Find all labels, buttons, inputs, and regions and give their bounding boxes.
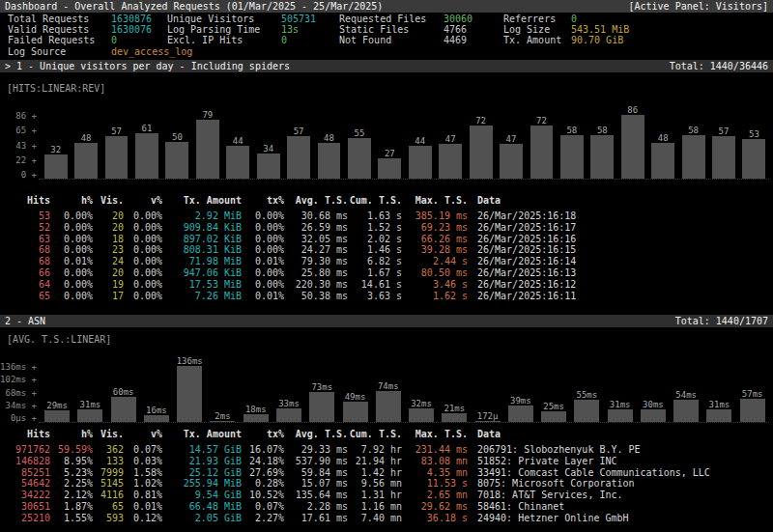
table-cell: 0.00% (50, 210, 93, 222)
summary-label-tx-amount: Tx. Amount (503, 35, 571, 45)
table-cell: 68 (4, 244, 50, 256)
table-cell: 0.00% (242, 279, 284, 291)
table-row[interactable]: 530.00%200.00%2.92 MiB0.00%30.68 ms1.63 … (4, 210, 769, 222)
table-cell: 54642 (4, 478, 50, 490)
bar-value-label: 55ms (577, 390, 598, 400)
bar-value-label: 49ms (345, 392, 366, 402)
bar-rect (318, 143, 341, 179)
y-axis-tick: 136ms + (0, 362, 37, 372)
table-cell: 1.46 s (348, 244, 402, 256)
summary-label-log-parsing-time: Log Parsing Time (167, 24, 281, 35)
bar-rect (541, 411, 566, 422)
table-cell: 65 (93, 501, 124, 513)
table-row[interactable]: 520.00%200.00%909.84 KiB0.00%26.59 ms1.5… (4, 222, 769, 234)
table-cell: 33491: Comcast Cable Communications, LLC (468, 467, 769, 479)
table-cell: 0.01% (242, 256, 284, 267)
bar-value-label: 44 (415, 136, 425, 146)
table-cell: 36.18 s (402, 513, 468, 524)
bar: 55ms (570, 390, 603, 422)
table-cell: 2.92 MiB (162, 210, 242, 222)
bar: 31ms (604, 400, 637, 422)
table-row[interactable]: 342222.12%41160.81%9.54 GiB10.52%135.64 … (4, 490, 769, 501)
summary-label-valid-requests: Valid Requests (8, 24, 111, 35)
table-cell: 2.65 mn (402, 490, 468, 501)
table-row[interactable]: 660.00%200.00%947.06 KiB0.00%25.80 ms1.6… (4, 267, 769, 279)
bar: 86 (617, 105, 647, 179)
bar-rect (243, 414, 269, 422)
summary-label-requested-files: Requested Files (339, 14, 444, 24)
table-cell: 362 (93, 444, 124, 456)
table-cell: 26/Mar/2025:16:14 (468, 256, 769, 267)
table-cell: 24.18% (242, 456, 284, 467)
bar-value-label: 74ms (378, 381, 399, 391)
table-row[interactable]: 630.00%180.00%897.02 KiB0.00%32.05 ms2.0… (4, 234, 769, 245)
table-row[interactable]: 306511.87%650.01%66.48 MiB0.07%2.28 ms1.… (4, 501, 769, 513)
table-row[interactable]: 546422.25%51451.02%255.94 MiB0.28%15.07 … (4, 478, 769, 490)
table-cell: 68 (4, 256, 50, 267)
table-cell: 0.00% (242, 210, 284, 222)
table-row[interactable]: 252101.55%5930.12%2.05 GiB2.27%17.61 ms7… (4, 513, 769, 524)
bar-value-label: 72 (475, 116, 486, 126)
summary-value-log-parsing-time: 13s (281, 24, 339, 35)
bar-rect (348, 138, 371, 179)
summary-value-not-found: 4469 (444, 35, 503, 45)
bar-value-label: 39ms (510, 396, 531, 406)
table-cell: 26.59 ms (284, 222, 348, 234)
summary-value-tx-amount: 90.70 GiB (571, 35, 769, 45)
bar: 57ms (736, 389, 769, 422)
bar-value-label: 16ms (146, 406, 167, 415)
table-row[interactable]: 640.00%190.00%17.53 MiB0.00%220.30 ms14.… (4, 279, 769, 291)
panel-header-unique-visitors[interactable]: > 1 - Unique visitors per day - Includin… (0, 60, 773, 72)
table-cell: 26/Mar/2025:16:17 (468, 222, 769, 234)
table-cell: 4116 (93, 490, 124, 501)
bar-rect (44, 410, 70, 422)
summary-row: Total Requests 1630876 Unique Visitors 5… (8, 14, 769, 24)
bar-rect (226, 146, 249, 179)
table-cell: 0.01% (124, 501, 162, 513)
asn-avg-ts-chart: 136ms +102ms +68ms +34ms +0μs +29ms31ms6… (4, 346, 769, 423)
table-row[interactable]: 1468288.95%1330.03%21.93 GiB24.18%537.90… (4, 456, 769, 467)
y-axis-tick: 102ms + (0, 375, 37, 384)
table-cell: 5145 (93, 478, 124, 490)
table-cell: 2.25% (50, 478, 93, 490)
table-row[interactable]: 680.01%240.00%71.98 MiB0.01%79.30 ms6.82… (4, 256, 769, 267)
bar-rect (257, 154, 280, 179)
table-cell: 30651 (4, 501, 50, 513)
table-cell: 7.92 hr (348, 444, 402, 456)
table-row[interactable]: 97176259.59%3620.07%14.57 GiB16.07%29.33… (4, 444, 769, 456)
bar-rect (135, 133, 158, 179)
column-header: v% (124, 429, 162, 440)
title-bar: Dashboard - Overall Analyzed Requests (0… (0, 0, 773, 13)
table-cell: 17.53 MiB (162, 279, 242, 291)
bar-value-label: 47 (445, 134, 456, 144)
bar-plot: 3248576150794434574855274447724772585886… (39, 97, 769, 180)
bar-value-label: 136ms (177, 356, 203, 366)
table-cell: 0.00% (50, 244, 93, 256)
table-cell: 24 (93, 256, 124, 267)
bar-value-label: 172μ (477, 411, 499, 421)
table-cell: 24.27 ms (284, 244, 348, 256)
summary-row: Failed Requests 0 Excl. IP Hits 0 Not Fo… (8, 35, 769, 45)
unique-visitors-chart: 86 +65 +43 +22 +0 +324857615079443457485… (4, 97, 769, 180)
summary-value-static-files: 4766 (444, 24, 503, 35)
table-cell: 146828 (4, 456, 50, 467)
bar-value-label: 30ms (643, 400, 664, 409)
panel-header-asn[interactable]: 2 - ASN Total: 1440/1707 (0, 315, 773, 327)
column-header: Tx. Amount (162, 429, 242, 440)
table-cell: 0.07% (124, 444, 162, 456)
bar: 44 (223, 136, 253, 179)
table-row[interactable]: 680.00%230.00%808.31 KiB0.00%24.27 ms1.4… (4, 244, 769, 256)
table-cell: 59.59% (50, 444, 93, 456)
chart1-meta-label: [HITS:LINEAR:REV] (7, 83, 105, 94)
table-cell: 10.52% (242, 490, 284, 501)
bar-value-label: 32 (50, 145, 61, 154)
bar: 33ms (272, 399, 305, 422)
table-cell: 0.00% (124, 279, 162, 291)
table-row[interactable]: 852515.23%79991.58%25.12 GiB27.69%59.84 … (4, 467, 769, 479)
summary-label-excl-ip-hits: Excl. IP Hits (167, 35, 281, 45)
bar: 27 (375, 149, 405, 179)
table-row[interactable]: 650.00%170.00%7.26 MiB0.01%50.38 ms3.63 … (4, 291, 769, 302)
bar: 32 (41, 145, 71, 179)
summary-label-not-found: Not Found (339, 35, 444, 45)
table-cell: 1.02% (124, 478, 162, 490)
